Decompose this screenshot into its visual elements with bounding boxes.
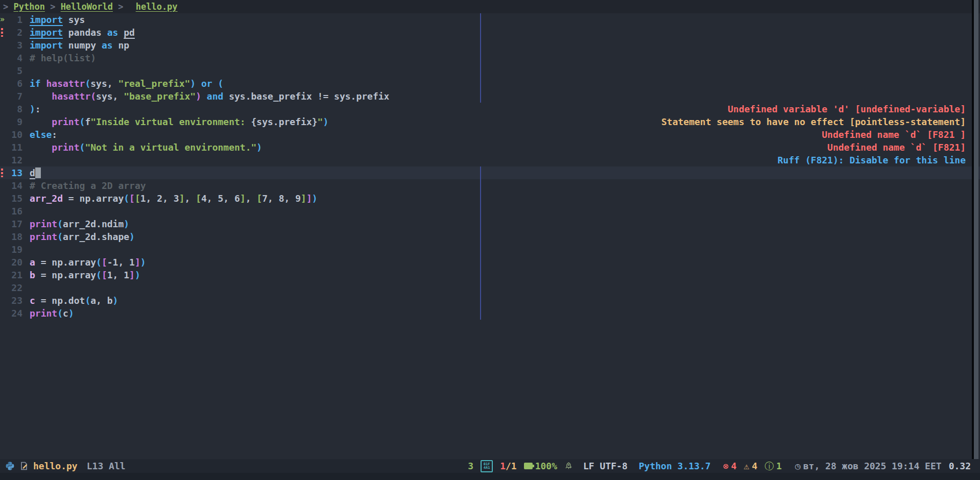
breadcrumb-item-python[interactable]: Python xyxy=(13,2,44,12)
line-number-23: 23 xyxy=(7,294,22,307)
modeline-error-count[interactable]: ⊗ 4 xyxy=(723,461,737,471)
fringe-error-indicator-icon xyxy=(0,26,7,39)
line-number-17: 17 xyxy=(7,218,22,230)
modeline: hello.py L13 All 3 01F 4A1 1/1 100% LF U… xyxy=(0,459,980,473)
code-text-line-13: d xyxy=(30,166,41,179)
text-cursor xyxy=(35,167,41,178)
diagnostic-message: Undefined name `d` [F821 ] xyxy=(822,128,966,141)
modeline-cursor-position: L13 All xyxy=(87,461,126,471)
line-number-22: 22 xyxy=(7,281,22,294)
diagnostic-action-link[interactable]: Ruff (F821): Disable for this line xyxy=(778,154,966,166)
code-line-19[interactable]: 19 xyxy=(0,243,980,256)
code-line-13[interactable]: 13d xyxy=(0,166,980,179)
modeline-battery: 100% xyxy=(524,461,557,471)
fringe xyxy=(0,154,7,166)
line-number-15: 15 xyxy=(7,192,22,205)
code-line-10[interactable]: 10else:Undefined name `d` [F821 ] xyxy=(0,128,980,141)
breadcrumb-item-hello.py[interactable]: hello.py xyxy=(136,2,178,12)
code-text-line-3: import numpy as np xyxy=(30,39,129,52)
modeline-note-count[interactable]: ⓘ 1 xyxy=(764,460,782,472)
code-line-1[interactable]: »1import sys xyxy=(0,13,980,26)
modeline-match-position: 1/1 xyxy=(500,461,517,471)
line-number-9: 9 xyxy=(7,115,22,128)
warning-triangle-icon: ⚠ xyxy=(744,461,749,471)
code-line-15[interactable]: 15arr_2d = np.array([[1, 2, 3], [4, 5, 6… xyxy=(0,192,980,205)
breadcrumb-leading-separator: > xyxy=(3,2,13,12)
code-line-8[interactable]: 8):Undefined variable 'd' [undefined-var… xyxy=(0,103,980,115)
fringe-continuation-chevron-icon: » xyxy=(0,13,7,26)
code-text-line-20: a = np.array([-1, 1]) xyxy=(30,256,146,269)
line-number-3: 3 xyxy=(7,39,22,52)
rocket-icon xyxy=(564,462,573,470)
line-number-11: 11 xyxy=(7,141,22,154)
breadcrumb-separator: > xyxy=(45,2,61,12)
modeline-major-mode[interactable]: Python 3.13.7 xyxy=(639,461,711,471)
code-text-line-4: # help(list) xyxy=(30,52,96,64)
fringe xyxy=(0,230,7,243)
line-number-14: 14 xyxy=(7,179,22,192)
error-circle-icon: ⊗ xyxy=(723,461,729,471)
editor-buffer[interactable]: »1import sys2import pandas as pd3import … xyxy=(0,13,980,459)
code-line-4[interactable]: 4# help(list) xyxy=(0,52,980,64)
code-line-6[interactable]: 6if hasattr(sys, "real_prefix") or ( xyxy=(0,77,980,90)
fringe xyxy=(0,115,7,128)
code-line-5[interactable]: 5 xyxy=(0,64,980,77)
breadcrumb: > Python > HelloWorld > hello.py xyxy=(0,0,980,13)
modeline-filename[interactable]: hello.py xyxy=(33,461,78,471)
python-logo-icon xyxy=(5,461,15,471)
fringe xyxy=(0,90,7,103)
modeline-warning-count[interactable]: ⚠ 4 xyxy=(744,461,757,471)
line-number-19: 19 xyxy=(7,243,22,256)
scrollbar-thumb[interactable] xyxy=(974,0,978,459)
code-line-14[interactable]: 14# Creating a 2D array xyxy=(0,179,980,192)
code-line-16[interactable]: 16 xyxy=(0,205,980,218)
code-line-18[interactable]: 18print(arr_2d.shape) xyxy=(0,230,980,243)
diagnostic-message: Undefined variable 'd' [undefined-variab… xyxy=(728,103,966,115)
fringe xyxy=(0,269,7,281)
fringe xyxy=(0,256,7,269)
line-number-18: 18 xyxy=(7,230,22,243)
lightbulb-tofu-icon: 01F 4A1 xyxy=(481,460,493,472)
code-line-17[interactable]: 17print(arr_2d.ndim) xyxy=(0,218,980,230)
line-number-4: 4 xyxy=(7,52,22,64)
code-line-24[interactable]: 24print(c) xyxy=(0,307,980,320)
modeline-load-average: 0.32 xyxy=(949,461,971,471)
code-text-line-2: import pandas as pd xyxy=(30,26,135,39)
code-line-3[interactable]: 3import numpy as np xyxy=(0,39,980,52)
line-number-21: 21 xyxy=(7,269,22,281)
line-number-13: 13 xyxy=(7,166,22,179)
line-number-10: 10 xyxy=(7,128,22,141)
code-line-23[interactable]: 23c = np.dot(a, b) xyxy=(0,294,980,307)
modeline-word-count: 3 xyxy=(468,461,473,471)
code-line-2[interactable]: 2import pandas as pd xyxy=(0,26,980,39)
fringe xyxy=(0,179,7,192)
fringe xyxy=(0,141,7,154)
line-number-7: 7 xyxy=(7,90,22,103)
fringe xyxy=(0,128,7,141)
line-number-24: 24 xyxy=(7,307,22,320)
fringe xyxy=(0,218,7,230)
code-line-9[interactable]: 9 print(f"Inside virtual environment: {s… xyxy=(0,115,980,128)
fringe xyxy=(0,243,7,256)
line-number-8: 8 xyxy=(7,103,22,115)
breadcrumb-item-helloworld[interactable]: HelloWorld xyxy=(61,2,113,12)
code-text-line-9: print(f"Inside virtual environment: {sys… xyxy=(30,115,328,128)
line-number-12: 12 xyxy=(7,154,22,166)
code-line-12[interactable]: 12Ruff (F821): Disable for this line xyxy=(0,154,980,166)
buffer-modified-icon xyxy=(20,462,28,470)
code-text-line-15: arr_2d = np.array([[1, 2, 3], [4, 5, 6],… xyxy=(30,192,318,205)
code-line-20[interactable]: 20a = np.array([-1, 1]) xyxy=(0,256,980,269)
fringe xyxy=(0,205,7,218)
fringe xyxy=(0,52,7,64)
code-line-7[interactable]: 7 hasattr(sys, "base_prefix") and sys.ba… xyxy=(0,90,980,103)
echo-area xyxy=(0,473,980,480)
code-text-line-1: import sys xyxy=(30,13,85,26)
code-line-21[interactable]: 21b = np.array([1, 1]) xyxy=(0,269,980,281)
line-number-6: 6 xyxy=(7,77,22,90)
fringe xyxy=(0,192,7,205)
code-line-11[interactable]: 11 print("Not in a virtual environment."… xyxy=(0,141,980,154)
info-circle-icon: ⓘ xyxy=(764,460,774,472)
code-line-22[interactable]: 22 xyxy=(0,281,980,294)
fringe-error-indicator-icon xyxy=(0,166,7,179)
line-number-2: 2 xyxy=(7,26,22,39)
